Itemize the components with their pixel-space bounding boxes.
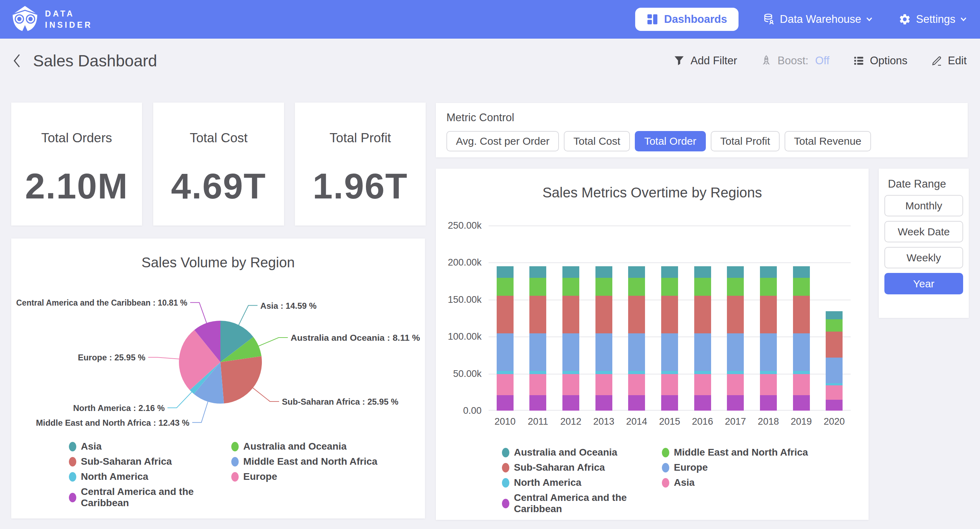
bar-2017[interactable] xyxy=(727,266,744,411)
bar-2013-asia[interactable] xyxy=(595,374,612,395)
nav-item-dashboards[interactable]: Dashboards xyxy=(635,8,738,31)
bar-2011[interactable] xyxy=(529,266,546,411)
metric-option-total-profit[interactable]: Total Profit xyxy=(711,131,780,151)
bar-2019-europe[interactable] xyxy=(793,334,810,371)
date-range-option-year[interactable]: Year xyxy=(885,273,963,294)
bar-2018-middle-east-and-north-africa[interactable] xyxy=(760,278,777,296)
bar-2016-sub-saharan-africa[interactable] xyxy=(694,296,711,334)
bar-2010-sub-saharan-africa[interactable] xyxy=(497,296,514,334)
bar-2016-central-america-and-the-caribbean[interactable] xyxy=(694,395,711,411)
bar-2010-middle-east-and-north-africa[interactable] xyxy=(497,278,514,296)
bar-2015-australia-and-oceania[interactable] xyxy=(661,266,678,278)
bar-2011-asia[interactable] xyxy=(529,374,546,395)
legend-item-asia[interactable]: Asia xyxy=(69,441,231,452)
bar-2016-europe[interactable] xyxy=(694,334,711,371)
date-range-option-weekly[interactable]: Weekly xyxy=(885,247,963,268)
bar-2016-asia[interactable] xyxy=(694,374,711,395)
bar-2016[interactable] xyxy=(694,266,711,411)
legend-item-north-america[interactable]: North America xyxy=(502,477,662,488)
bar-2010[interactable] xyxy=(497,266,514,411)
bar-2015-middle-east-and-north-africa[interactable] xyxy=(661,278,678,296)
bar-2020-sub-saharan-africa[interactable] xyxy=(826,332,843,357)
bar-2019-sub-saharan-africa[interactable] xyxy=(793,296,810,334)
bar-2016-australia-and-oceania[interactable] xyxy=(694,266,711,278)
boost-toggle[interactable]: Boost: Off xyxy=(758,54,832,67)
bar-2012-sub-saharan-africa[interactable] xyxy=(562,296,579,334)
bar-2011-north-america[interactable] xyxy=(529,371,546,374)
bar-2015[interactable] xyxy=(661,266,678,411)
bar-2018-north-america[interactable] xyxy=(760,371,777,374)
bar-2019-central-america-and-the-caribbean[interactable] xyxy=(793,395,810,411)
bar-2019-north-america[interactable] xyxy=(793,371,810,374)
legend-item-sub-saharan-africa[interactable]: Sub-Saharan Africa xyxy=(502,462,662,473)
bar-2018-central-america-and-the-caribbean[interactable] xyxy=(760,395,777,411)
bar-2014-australia-and-oceania[interactable] xyxy=(628,266,645,278)
bar-2013-north-america[interactable] xyxy=(595,371,612,374)
bar-2012[interactable] xyxy=(562,266,579,411)
bar-2013-australia-and-oceania[interactable] xyxy=(595,266,612,278)
legend-item-australia-and-oceania[interactable]: Australia and Oceania xyxy=(502,447,662,458)
bar-2017-sub-saharan-africa[interactable] xyxy=(727,296,744,334)
nav-item-settings[interactable]: Settings xyxy=(896,13,969,26)
metric-option-total-order[interactable]: Total Order xyxy=(635,131,706,151)
edit-button[interactable]: Edit xyxy=(929,54,969,67)
bar-2011-australia-and-oceania[interactable] xyxy=(529,266,546,278)
options-button[interactable]: Options xyxy=(851,54,910,67)
bar-2017-central-america-and-the-caribbean[interactable] xyxy=(727,395,744,411)
bar-2012-europe[interactable] xyxy=(562,334,579,371)
bar-2018-australia-and-oceania[interactable] xyxy=(760,266,777,278)
bar-2013-europe[interactable] xyxy=(595,334,612,371)
bar-2016-middle-east-and-north-africa[interactable] xyxy=(694,278,711,296)
bar-2019-asia[interactable] xyxy=(793,374,810,395)
metric-option-total-revenue[interactable]: Total Revenue xyxy=(784,131,871,151)
bar-2011-sub-saharan-africa[interactable] xyxy=(529,296,546,334)
metric-option-total-cost[interactable]: Total Cost xyxy=(564,131,630,151)
bar-2010-central-america-and-the-caribbean[interactable] xyxy=(497,395,514,411)
bar-2013-sub-saharan-africa[interactable] xyxy=(595,296,612,334)
bar-2014-sub-saharan-africa[interactable] xyxy=(628,296,645,334)
bar-2018-europe[interactable] xyxy=(760,334,777,371)
bar-2014-middle-east-and-north-africa[interactable] xyxy=(628,278,645,296)
back-button[interactable] xyxy=(11,52,22,69)
bar-2015-north-america[interactable] xyxy=(661,371,678,374)
bar-2019-middle-east-and-north-africa[interactable] xyxy=(793,278,810,296)
bar-2018-asia[interactable] xyxy=(760,374,777,395)
legend-item-sub-saharan-africa[interactable]: Sub-Saharan Africa xyxy=(69,456,231,467)
bar-2018[interactable] xyxy=(760,266,777,411)
bar-2012-central-america-and-the-caribbean[interactable] xyxy=(562,395,579,411)
bar-2017-europe[interactable] xyxy=(727,334,744,371)
legend-item-middle-east-and-north-africa[interactable]: Middle East and North Africa xyxy=(662,447,822,458)
bar-2017-asia[interactable] xyxy=(727,374,744,395)
bar-2014-europe[interactable] xyxy=(628,334,645,371)
bar-2017-australia-and-oceania[interactable] xyxy=(727,266,744,278)
legend-item-australia-and-oceania[interactable]: Australia and Oceania xyxy=(231,441,394,452)
bar-2018-sub-saharan-africa[interactable] xyxy=(760,296,777,334)
pie-slice-sub-saharan-africa[interactable] xyxy=(220,356,262,404)
bar-2011-central-america-and-the-caribbean[interactable] xyxy=(529,395,546,411)
bar-2017-middle-east-and-north-africa[interactable] xyxy=(727,278,744,296)
bar-2020-middle-east-and-north-africa[interactable] xyxy=(826,319,843,332)
bar-2020-australia-and-oceania[interactable] xyxy=(826,311,843,319)
bar-2019[interactable] xyxy=(793,266,810,411)
bar-2013-central-america-and-the-caribbean[interactable] xyxy=(595,395,612,411)
bar-2010-australia-and-oceania[interactable] xyxy=(497,266,514,278)
bar-2015-europe[interactable] xyxy=(661,334,678,371)
bar-2014[interactable] xyxy=(628,266,645,411)
bar-2011-middle-east-and-north-africa[interactable] xyxy=(529,278,546,296)
legend-item-middle-east-and-north-africa[interactable]: Middle East and North Africa xyxy=(231,456,394,467)
bar-2020-europe[interactable] xyxy=(826,357,843,383)
bar-2010-asia[interactable] xyxy=(497,374,514,395)
bar-2014-asia[interactable] xyxy=(628,374,645,395)
bar-2011-europe[interactable] xyxy=(529,334,546,371)
legend-item-central-america-and-the-caribbean[interactable]: Central America and the Caribbean xyxy=(69,486,231,508)
metric-option-avg-cost-per-order[interactable]: Avg. Cost per Order xyxy=(446,131,559,151)
bar-2020-asia[interactable] xyxy=(826,385,843,400)
bar-2013[interactable] xyxy=(595,266,612,411)
bar-2010-north-america[interactable] xyxy=(497,371,514,374)
bar-2012-asia[interactable] xyxy=(562,374,579,395)
bar-2020-central-america-and-the-caribbean[interactable] xyxy=(826,400,843,411)
bar-2012-australia-and-oceania[interactable] xyxy=(562,266,579,278)
bar-2015-central-america-and-the-caribbean[interactable] xyxy=(661,395,678,411)
legend-item-europe[interactable]: Europe xyxy=(662,462,822,473)
bar-2012-middle-east-and-north-africa[interactable] xyxy=(562,278,579,296)
